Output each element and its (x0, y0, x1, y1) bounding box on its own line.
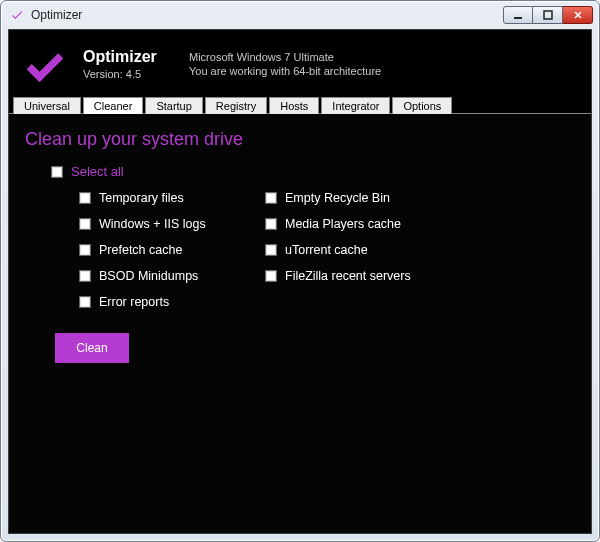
window-title: Optimizer (31, 8, 82, 22)
checkbox-icon[interactable] (265, 244, 277, 256)
option-label: FileZilla recent servers (285, 269, 411, 283)
option-temporary-files[interactable]: Temporary files (79, 191, 259, 205)
os-name: Microsoft Windows 7 Ultimate (189, 51, 381, 63)
option-label: BSOD Minidumps (99, 269, 198, 283)
app-name: Optimizer (83, 48, 173, 66)
tab-integrator[interactable]: Integrator (321, 97, 390, 114)
option-media-players-cache[interactable]: Media Players cache (265, 217, 465, 231)
app-header: Optimizer Version: 4.5 Microsoft Windows… (9, 30, 591, 96)
option-bsod-minidumps[interactable]: BSOD Minidumps (79, 269, 259, 283)
checkbox-icon[interactable] (79, 244, 91, 256)
clean-button[interactable]: Clean (55, 333, 129, 363)
option-utorrent-cache[interactable]: uTorrent cache (265, 243, 465, 257)
option-windows-iis-logs[interactable]: Windows + IIS logs (79, 217, 259, 231)
app-version: Version: 4.5 (83, 68, 173, 80)
page-title: Clean up your system drive (25, 129, 575, 150)
checkbox-icon[interactable] (265, 270, 277, 282)
checkbox-icon[interactable] (79, 192, 91, 204)
tab-universal[interactable]: Universal (13, 97, 81, 114)
titlebar[interactable]: Optimizer (1, 1, 599, 29)
option-label: Prefetch cache (99, 243, 182, 257)
app-icon (9, 7, 25, 23)
tab-cleaner[interactable]: Cleaner (83, 97, 144, 114)
maximize-button[interactable] (533, 6, 563, 24)
window-controls (503, 6, 593, 24)
client-area: Optimizer Version: 4.5 Microsoft Windows… (8, 29, 592, 534)
svg-rect-0 (514, 17, 522, 19)
option-label: uTorrent cache (285, 243, 368, 257)
option-error-reports[interactable]: Error reports (79, 295, 259, 309)
checkbox-icon[interactable] (265, 192, 277, 204)
option-label: Error reports (99, 295, 169, 309)
logo-check-icon (23, 42, 67, 86)
tab-bar: Universal Cleaner Startup Registry Hosts… (9, 96, 591, 114)
option-filezilla-recent-servers[interactable]: FileZilla recent servers (265, 269, 465, 283)
select-all-label: Select all (71, 164, 124, 179)
checkbox-icon[interactable] (79, 218, 91, 230)
cleaner-page: Clean up your system drive Select all Te… (9, 114, 591, 533)
close-button[interactable] (563, 6, 593, 24)
options-grid: Temporary files Empty Recycle Bin Window… (79, 185, 575, 315)
checkbox-icon[interactable] (265, 218, 277, 230)
os-arch: You are working with 64-bit architecture (189, 65, 381, 77)
checkbox-icon[interactable] (51, 166, 63, 178)
tab-registry[interactable]: Registry (205, 97, 267, 114)
svg-rect-1 (544, 11, 552, 19)
select-all-row[interactable]: Select all (51, 164, 575, 179)
option-prefetch-cache[interactable]: Prefetch cache (79, 243, 259, 257)
option-label: Temporary files (99, 191, 184, 205)
tab-options[interactable]: Options (392, 97, 452, 114)
window-frame: Optimizer Optimizer Version: 4.5 Microso… (0, 0, 600, 542)
checkbox-icon[interactable] (79, 296, 91, 308)
option-label: Empty Recycle Bin (285, 191, 390, 205)
tab-startup[interactable]: Startup (145, 97, 202, 114)
tab-hosts[interactable]: Hosts (269, 97, 319, 114)
checkbox-icon[interactable] (79, 270, 91, 282)
option-label: Media Players cache (285, 217, 401, 231)
minimize-button[interactable] (503, 6, 533, 24)
app-name-block: Optimizer Version: 4.5 (83, 48, 173, 80)
option-empty-recycle-bin[interactable]: Empty Recycle Bin (265, 191, 465, 205)
option-label: Windows + IIS logs (99, 217, 206, 231)
os-info: Microsoft Windows 7 Ultimate You are wor… (189, 51, 381, 77)
